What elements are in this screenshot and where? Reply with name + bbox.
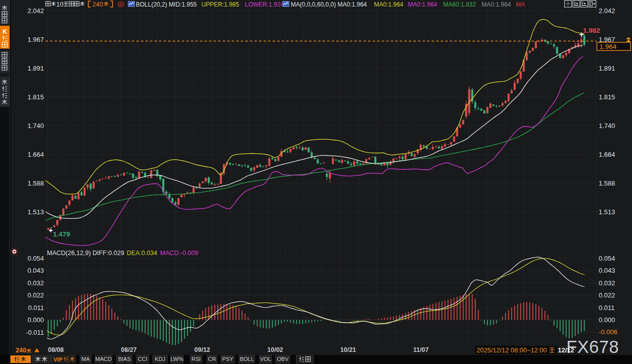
svg-text:VIP: VIP — [54, 356, 63, 362]
svg-text:1.964: 1.964 — [600, 43, 617, 50]
svg-text:1.815: 1.815 — [27, 93, 44, 101]
svg-text:0.054: 0.054 — [27, 255, 44, 262]
svg-text:FX678: FX678 — [566, 337, 619, 356]
svg-text:0.000: 0.000 — [599, 316, 615, 324]
svg-text:11/07: 11/07 — [413, 346, 429, 353]
svg-text:MA: MA — [516, 1, 525, 8]
svg-text:1.967: 1.967 — [27, 36, 44, 43]
svg-text:1.513: 1.513 — [599, 208, 615, 216]
svg-text:0.011: 0.011 — [599, 304, 615, 312]
svg-text:0.032: 0.032 — [27, 279, 44, 287]
svg-text:12/12: 12/12 — [558, 346, 574, 354]
svg-text:MA0:1.964: MA0:1.964 — [408, 1, 437, 8]
svg-text:BOLL: BOLL — [240, 356, 254, 362]
svg-text:240: 240 — [92, 1, 103, 8]
svg-text:1.740: 1.740 — [599, 122, 615, 130]
svg-text:-0.006: -0.006 — [599, 328, 617, 336]
svg-text:1.891: 1.891 — [27, 65, 44, 72]
svg-text:VOL: VOL — [260, 356, 271, 362]
svg-text:UPPER:1.985: UPPER:1.985 — [201, 1, 239, 8]
svg-text:10: 10 — [57, 1, 64, 8]
svg-text:MA0:1.964: MA0:1.964 — [374, 1, 403, 8]
svg-text:0.043: 0.043 — [27, 267, 44, 274]
svg-text:1.891: 1.891 — [599, 65, 615, 72]
svg-text:1.982: 1.982 — [583, 27, 600, 34]
svg-text:0.043: 0.043 — [599, 267, 615, 274]
svg-text:1.513: 1.513 — [27, 208, 44, 216]
svg-text:LW%: LW% — [171, 356, 184, 362]
svg-text:1.479: 1.479 — [53, 230, 70, 238]
svg-text:1.815: 1.815 — [599, 93, 615, 101]
svg-text:0.032: 0.032 — [599, 279, 615, 287]
svg-text:LOWER:1.924: LOWER:1.924 — [245, 1, 284, 8]
svg-text:MA60:1.832: MA60:1.832 — [443, 1, 476, 8]
svg-text:PSY: PSY — [222, 356, 234, 362]
svg-text:0.054: 0.054 — [599, 255, 615, 262]
svg-text:DEA:0.034: DEA:0.034 — [127, 250, 157, 257]
svg-text:1.664: 1.664 — [27, 151, 44, 158]
svg-text:CCI: CCI — [138, 356, 147, 362]
svg-text:1.740: 1.740 — [27, 122, 44, 130]
svg-text:RSI: RSI — [191, 356, 200, 362]
svg-text:1.588: 1.588 — [27, 179, 44, 187]
svg-text:MACD: MACD — [95, 356, 112, 362]
svg-text:2.042: 2.042 — [27, 7, 44, 15]
svg-text:1.588: 1.588 — [599, 179, 615, 187]
svg-text:MA(0,0,0,60,0,0) MA0:1.964: MA(0,0,0,60,0,0) MA0:1.964 — [291, 1, 367, 8]
svg-text:0.022: 0.022 — [599, 291, 615, 299]
svg-text:08/27: 08/27 — [121, 346, 137, 353]
svg-text:MACD:-0.009: MACD:-0.009 — [160, 250, 198, 257]
svg-text:1.664: 1.664 — [599, 151, 615, 158]
svg-text:OBV: OBV — [277, 356, 289, 362]
svg-text:CR: CR — [208, 356, 216, 362]
svg-text:MA: MA — [81, 356, 90, 362]
svg-text:1.967: 1.967 — [599, 36, 615, 43]
svg-text:10/21: 10/21 — [340, 346, 356, 353]
svg-text:-0.011: -0.011 — [26, 329, 44, 336]
svg-text:KDJ: KDJ — [155, 356, 166, 362]
svg-text:K: K — [3, 28, 7, 35]
svg-text:0.000: 0.000 — [27, 316, 44, 324]
svg-text:240: 240 — [16, 347, 26, 354]
svg-text:2025/12/12 08:00~12:00: 2025/12/12 08:00~12:00 — [477, 346, 547, 354]
svg-text:0.011: 0.011 — [28, 304, 44, 312]
svg-text:08/08: 08/08 — [48, 346, 64, 353]
svg-text:MACD(26,12,9) DIFF:0.029: MACD(26,12,9) DIFF:0.029 — [47, 250, 124, 257]
svg-text:10/02: 10/02 — [268, 346, 283, 353]
svg-text:2.042: 2.042 — [599, 7, 615, 15]
svg-text:0.022: 0.022 — [27, 291, 44, 299]
svg-text:BIAS: BIAS — [118, 356, 131, 362]
svg-text:MA0:1.964: MA0:1.964 — [482, 1, 511, 8]
svg-text:09/12: 09/12 — [194, 346, 210, 353]
svg-text:BOLL(20,2) MID:1.955: BOLL(20,2) MID:1.955 — [136, 1, 197, 8]
